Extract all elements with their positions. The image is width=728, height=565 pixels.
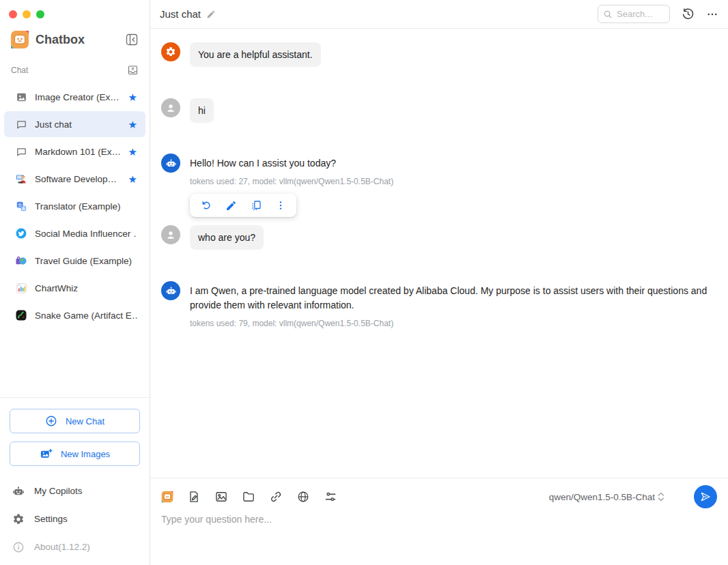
- star-icon[interactable]: ★: [128, 147, 137, 157]
- conversation-title: Just chat: [160, 8, 201, 20]
- attach-folder-button[interactable]: [242, 490, 255, 504]
- chat-section-header: Chat: [0, 49, 150, 78]
- sidebar-item-label: Just chat: [35, 119, 128, 130]
- twitter-icon: [15, 227, 27, 240]
- attach-document-button[interactable]: [187, 490, 201, 504]
- edit-title-pencil-icon[interactable]: [206, 10, 216, 19]
- minimize-window-button[interactable]: [23, 10, 31, 18]
- translate-icon: 文 A: [15, 200, 27, 212]
- message-input[interactable]: [161, 514, 717, 555]
- sidebar-item-software-developer[interactable]: Software Develop… ★: [4, 166, 145, 192]
- sidebar-divider: [0, 397, 150, 398]
- edit-message-button[interactable]: [225, 200, 237, 212]
- sidebar-bottom: New Chat New Images: [0, 397, 150, 565]
- sidebar-item-about[interactable]: About(1.12.2): [0, 533, 150, 561]
- link-icon: [269, 490, 283, 504]
- gear-icon: [12, 513, 25, 525]
- message-action-toolbar: [190, 194, 296, 217]
- search-input[interactable]: [617, 9, 666, 19]
- chat-section-label: Chat: [11, 66, 127, 75]
- copilot-select-button[interactable]: [161, 491, 173, 503]
- star-icon[interactable]: ★: [128, 92, 137, 102]
- sidebar-item-snake-game[interactable]: Snake Game (Artifact E…: [4, 302, 145, 328]
- chat-settings-button[interactable]: [324, 490, 337, 504]
- message-text: I am Qwen, a pre-trained language model …: [190, 281, 717, 313]
- close-window-button[interactable]: [9, 10, 17, 18]
- new-chat-button[interactable]: New Chat: [10, 409, 140, 433]
- send-button[interactable]: [694, 485, 717, 508]
- regenerate-button[interactable]: [200, 199, 212, 212]
- more-menu-button[interactable]: [706, 8, 718, 20]
- new-image-icon: [40, 448, 53, 461]
- assistant-avatar: [161, 281, 180, 300]
- sidebar-item-markdown-101[interactable]: Markdown 101 (Ex… ★: [4, 139, 145, 164]
- chevron-up-down-icon: [657, 490, 665, 504]
- star-icon[interactable]: ★: [128, 119, 137, 130]
- my-copilots-label: My Copilots: [34, 486, 83, 496]
- message-assistant: Hello! How can I assist you today? token…: [161, 154, 717, 217]
- history-icon: [681, 7, 695, 21]
- chat-bubble-icon: [15, 145, 27, 158]
- composer-toolbar: qwen/Qwen1.5-0.5B-Chat: [161, 486, 717, 508]
- message-meta: tokens used: 79, model: vllm(qwen/Qwen1.…: [190, 319, 717, 328]
- folder-icon: [242, 490, 255, 504]
- person-icon: [165, 102, 177, 114]
- sidebar-item-label: Software Develop…: [35, 174, 128, 184]
- chat-bubble-icon: [15, 118, 27, 130]
- document-pencil-icon: [187, 490, 201, 504]
- sidebar-item-label: ChartWhiz: [35, 283, 137, 293]
- message-bubble: You are a helpful assistant.: [190, 42, 321, 67]
- sidebar-item-travel-guide[interactable]: Travel Guide (Example): [4, 248, 145, 274]
- robot-icon: [165, 285, 177, 297]
- new-images-label: New Images: [61, 449, 110, 459]
- sidebar-item-my-copilots[interactable]: My Copilots: [0, 477, 150, 505]
- paper-plane-icon: [699, 491, 712, 503]
- pencil-icon: [225, 200, 237, 212]
- model-selector[interactable]: qwen/Qwen1.5-0.5B-Chat: [549, 490, 665, 504]
- maximize-window-button[interactable]: [36, 10, 44, 18]
- archive-clear-icon: [127, 64, 139, 76]
- attach-image-button[interactable]: [214, 490, 228, 504]
- conversation-header: Just chat: [150, 0, 728, 29]
- sidebar-item-settings[interactable]: Settings: [0, 505, 150, 533]
- ellipsis-icon: [706, 8, 718, 20]
- history-button[interactable]: [681, 7, 695, 21]
- window-controls: [0, 0, 150, 20]
- chatbox-mini-logo-icon: [161, 491, 173, 503]
- search-box[interactable]: [598, 5, 670, 23]
- search-icon: [603, 10, 613, 19]
- sidebar-item-social-media-influencer[interactable]: Social Media Influencer …: [4, 220, 145, 246]
- user-avatar: [161, 225, 180, 244]
- kebab-icon: [275, 200, 286, 211]
- star-icon[interactable]: ★: [128, 174, 137, 184]
- message-bubble: hi: [190, 98, 214, 123]
- sidebar-item-label: Image Creator (Ex…: [35, 92, 128, 102]
- sidebar-item-just-chat[interactable]: Just chat ★: [4, 111, 145, 137]
- sidebar-item-label: Social Media Influencer …: [35, 229, 137, 239]
- chatbox-logo-icon: [10, 30, 29, 49]
- message-meta: tokens used: 27, model: vllm(qwen/Qwen1.…: [190, 177, 393, 186]
- about-label: About(1.12.2): [34, 542, 90, 552]
- header-actions: [598, 5, 718, 23]
- settings-label: Settings: [34, 514, 68, 524]
- new-chat-label: New Chat: [66, 416, 104, 426]
- collapse-sidebar-button[interactable]: [125, 33, 139, 46]
- sidebar-item-image-creator[interactable]: Image Creator (Ex… ★: [4, 84, 145, 110]
- chatbox-window: Chatbox Chat: [0, 0, 728, 565]
- sidebar-item-translator[interactable]: 文 A Translator (Example): [4, 193, 145, 219]
- image-creator-icon: [15, 91, 27, 103]
- app-title: Chatbox: [36, 33, 125, 47]
- message-list: You are a helpful assistant. hi: [150, 29, 728, 478]
- new-images-button[interactable]: New Images: [10, 441, 140, 466]
- attach-link-button[interactable]: [269, 490, 283, 504]
- message-more-button[interactable]: [275, 200, 286, 211]
- assistant-avatar: [161, 154, 180, 173]
- message-system: You are a helpful assistant.: [161, 42, 717, 67]
- travel-globe-icon: [15, 255, 27, 267]
- copy-message-button[interactable]: [250, 199, 262, 212]
- web-browsing-button[interactable]: [296, 490, 310, 504]
- sidebar-item-chartwhiz[interactable]: ChartWhiz: [4, 275, 145, 301]
- bar-chart-icon: [15, 282, 27, 294]
- info-icon: [12, 541, 25, 553]
- clear-chats-button[interactable]: [127, 64, 139, 76]
